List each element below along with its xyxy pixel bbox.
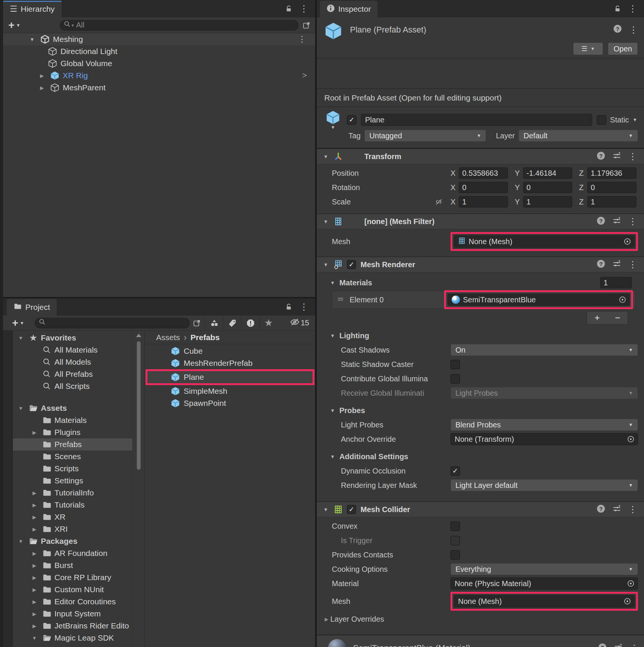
- file-item-cube[interactable]: Cube: [145, 345, 315, 357]
- presets-icon[interactable]: [612, 151, 621, 162]
- kebab-icon[interactable]: ⋮: [629, 25, 638, 34]
- foldout-closed-icon[interactable]: ▶: [29, 490, 39, 496]
- log-filter-icon[interactable]: [241, 316, 259, 330]
- gameobject-icon[interactable]: ▼: [324, 110, 342, 130]
- foldout-closed-icon[interactable]: ▶: [29, 526, 39, 532]
- kebab-icon[interactable]: ⋮: [628, 4, 637, 13]
- lock-icon[interactable]: [285, 5, 293, 12]
- unlink-scale-icon[interactable]: [435, 198, 443, 206]
- presets-icon[interactable]: [614, 643, 623, 647]
- foldout-closed-icon[interactable]: ▶: [29, 599, 39, 605]
- foldout-closed-icon[interactable]: ▶: [37, 73, 47, 79]
- object-picker-icon[interactable]: [624, 238, 631, 245]
- probes-foldout[interactable]: ▼ Probes: [332, 404, 638, 417]
- physic-material-field[interactable]: None (Physic Material): [450, 577, 638, 590]
- foldout-closed-icon[interactable]: ▶: [37, 85, 47, 91]
- foldout-open-icon[interactable]: ▼: [27, 37, 37, 42]
- project-tree-item-tutorials[interactable]: ▶Tutorials: [13, 499, 132, 511]
- favorites-star-icon[interactable]: ★: [259, 316, 277, 330]
- project-tree-item-all-models[interactable]: All Models: [13, 356, 132, 368]
- project-tree-item-settings[interactable]: Settings: [13, 475, 132, 487]
- kebab-icon[interactable]: ⋮: [628, 152, 637, 161]
- file-item-meshrenderprefab[interactable]: MeshRenderPrefab: [145, 357, 315, 369]
- drag-handle-icon[interactable]: [337, 295, 344, 305]
- prefab-open-chevron-icon[interactable]: >: [302, 71, 315, 80]
- name-input[interactable]: [365, 116, 588, 124]
- foldout-closed-icon[interactable]: ▶: [29, 623, 39, 629]
- layer-overrides-row[interactable]: ▶ Layer Overrides: [332, 613, 638, 625]
- foldout-open-icon[interactable]: ▼: [29, 635, 39, 641]
- material-preview-header[interactable]: SemiTransparentBlue (Material) ? ⋮: [317, 635, 644, 647]
- project-tree-item-jetbrains-rider-edito[interactable]: ▶JetBrains Rider Edito: [13, 620, 132, 632]
- hierarchy-item-global-volume[interactable]: Global Volume: [3, 57, 315, 70]
- add-gameobject-button[interactable]: + ▼: [8, 20, 20, 31]
- foldout-open-icon[interactable]: ▼: [322, 507, 330, 512]
- chevron-down-icon[interactable]: ▼: [633, 117, 637, 122]
- filter-by-type-icon[interactable]: [205, 316, 223, 330]
- foldout-closed-icon[interactable]: ▶: [29, 502, 39, 508]
- project-tree-item-favorites[interactable]: ▼★Favorites: [13, 332, 132, 344]
- static-checkbox[interactable]: [597, 115, 606, 125]
- project-tree-item-packages[interactable]: ▼Packages: [13, 535, 132, 547]
- rendering-layer-mask-dropdown[interactable]: Light Layer default▼: [450, 479, 638, 491]
- foldout-closed-icon[interactable]: ▶: [29, 430, 39, 435]
- project-search-field[interactable]: [48, 319, 186, 327]
- kebab-icon[interactable]: ⋮: [628, 217, 637, 226]
- is-trigger-checkbox[interactable]: [450, 536, 460, 545]
- collider-mesh-field[interactable]: None (Mesh): [454, 595, 635, 607]
- breadcrumb-prefabs[interactable]: Prefabs: [190, 333, 220, 342]
- mesh-collider-header[interactable]: ▼ ✓ Mesh Collider ? ⋮: [317, 502, 644, 517]
- name-field[interactable]: [361, 114, 592, 126]
- kebab-icon[interactable]: ⋮: [298, 34, 315, 44]
- scale-y-field[interactable]: 1: [523, 196, 572, 207]
- dynamic-occlusion-checkbox[interactable]: ✓: [450, 466, 460, 476]
- project-tree-item-scripts[interactable]: Scripts: [13, 463, 132, 475]
- kebab-icon[interactable]: ⋮: [628, 505, 637, 514]
- project-tree-item-all-scripts[interactable]: All Scripts: [13, 380, 132, 392]
- remove-element-button[interactable]: −: [607, 311, 628, 324]
- project-tree-item-all-prefabs[interactable]: All Prefabs: [13, 368, 132, 380]
- breadcrumb-assets[interactable]: Assets: [156, 333, 180, 342]
- mesh-object-field[interactable]: None (Mesh): [454, 235, 635, 248]
- hierarchy-item-directional-light[interactable]: Directional Light: [3, 45, 315, 57]
- position-y-field[interactable]: -1.46184: [523, 167, 572, 179]
- hierarchy-search-input[interactable]: ▾: [60, 20, 299, 31]
- provides-contacts-checkbox[interactable]: [450, 550, 460, 560]
- foldout-open-icon[interactable]: ▼: [322, 262, 330, 268]
- kebab-icon[interactable]: ⋮: [299, 302, 308, 311]
- foldout-closed-icon[interactable]: ▶: [29, 575, 39, 580]
- project-tree-item-ar-foundation[interactable]: ▶AR Foundation: [13, 547, 132, 559]
- presets-icon[interactable]: [612, 259, 621, 270]
- receive-gi-dropdown[interactable]: Light Probes▼: [450, 387, 638, 399]
- hidden-items-toggle[interactable]: 15: [290, 317, 309, 329]
- object-picker-icon[interactable]: [619, 296, 626, 303]
- light-probes-dropdown[interactable]: Blend Probes▼: [450, 419, 638, 431]
- maximize-window-icon[interactable]: [302, 21, 311, 29]
- active-checkbox[interactable]: ✓: [347, 115, 356, 125]
- foldout-closed-icon[interactable]: ▶: [323, 616, 330, 622]
- file-item-simplemesh[interactable]: SimpleMesh: [145, 385, 315, 397]
- static-shadow-caster-checkbox[interactable]: [450, 360, 460, 369]
- project-tree-item-all-materials[interactable]: All Materials: [13, 344, 132, 356]
- kebab-icon[interactable]: ⋮: [630, 644, 639, 647]
- object-picker-icon[interactable]: [627, 435, 635, 443]
- scrollbar-up-arrow-icon[interactable]: [136, 334, 141, 337]
- rotation-y-field[interactable]: 0: [523, 182, 572, 193]
- object-picker-icon[interactable]: [627, 580, 635, 587]
- hierarchy-item-meshparent[interactable]: ▶MeshParent: [3, 82, 315, 94]
- project-tree-item-assets[interactable]: ▼Assets: [13, 402, 132, 414]
- project-tree-item-prefabs[interactable]: Prefabs: [13, 438, 132, 450]
- foldout-open-icon[interactable]: ▼: [322, 219, 330, 224]
- tab-inspector[interactable]: Inspector: [320, 1, 378, 17]
- position-x-field[interactable]: 0.5358663: [459, 167, 508, 179]
- scale-x-field[interactable]: 1: [459, 196, 508, 207]
- help-icon[interactable]: ?: [596, 216, 605, 227]
- help-icon[interactable]: ?: [596, 151, 605, 162]
- properties-list-button[interactable]: ☰ ▼: [573, 42, 603, 55]
- position-z-field[interactable]: 1.179636: [587, 167, 636, 179]
- tab-hierarchy[interactable]: ☰ Hierarchy: [3, 1, 62, 17]
- presets-icon[interactable]: [612, 216, 621, 227]
- hierarchy-search-field[interactable]: [76, 21, 294, 29]
- rotation-x-field[interactable]: 0: [459, 182, 508, 193]
- project-tree-item-plugins[interactable]: ▶Plugins: [13, 426, 132, 438]
